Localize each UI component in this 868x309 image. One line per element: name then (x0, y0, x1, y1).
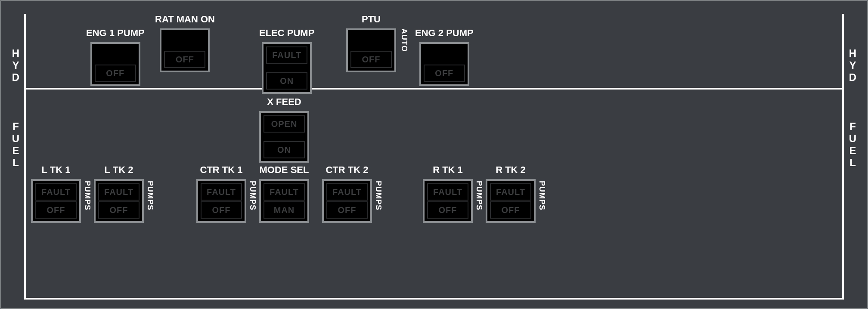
ctr-tk-2-button[interactable]: FAULT OFF (322, 179, 372, 223)
r-tk-1-pumps-label: PUMPS (474, 181, 484, 210)
l-tk-1-pumps-label: PUMPS (83, 181, 92, 210)
x-feed-bottom: ON (264, 141, 305, 158)
rat-man-on-top (164, 33, 205, 50)
ctr-tk-2-pumps-label: PUMPS (374, 181, 383, 210)
ptu-top (350, 33, 392, 50)
ptu-unit: PTU OFF AUTO (346, 14, 396, 72)
l-tk-2-pumps-label: PUMPS (146, 181, 155, 210)
l-tk-2-button[interactable]: FAULT OFF (94, 179, 144, 223)
ctr-tk-1-title: CTR TK 1 (196, 164, 246, 176)
rat-man-on-button[interactable]: OFF (160, 28, 210, 72)
l-tk-2-title: L TK 2 (94, 164, 144, 176)
l-tk-1-bottom: OFF (35, 201, 77, 219)
elec-pump-title: ELEC PUMP (259, 28, 314, 39)
l-tk-1-top: FAULT (35, 183, 77, 201)
rule (842, 14, 844, 88)
r-tk-1-unit: R TK 1 FAULT OFF PUMPS (423, 164, 473, 223)
eng1-pump-button[interactable]: OFF (90, 42, 140, 86)
eng1-pump-bottom: OFF (95, 65, 136, 82)
eng2-pump-unit: ENG 2 PUMP OFF (415, 28, 474, 86)
eng1-pump-top (95, 46, 136, 64)
eng2-pump-bottom: OFF (424, 65, 465, 82)
ctr-tk-2-bottom: OFF (326, 201, 368, 219)
x-feed-unit: X FEED OPEN ON (259, 96, 309, 163)
hyd-label-left: HYD (9, 47, 22, 83)
r-tk-2-title: R TK 2 (486, 164, 536, 176)
ptu-title: PTU (346, 14, 396, 25)
rat-man-on-bottom: OFF (164, 51, 205, 68)
rat-man-on-unit: RAT MAN ON OFF (155, 14, 215, 72)
r-tk-2-bottom: OFF (490, 201, 531, 219)
mode-sel-top: FAULT (264, 183, 305, 201)
l-tk-1-title: L TK 1 (31, 164, 81, 176)
ctr-tk-2-title: CTR TK 2 (322, 164, 372, 176)
elec-pump-unit: ELEC PUMP FAULT ON (259, 28, 314, 94)
x-feed-button[interactable]: OPEN ON (259, 111, 309, 163)
ctr-tk-1-button[interactable]: FAULT OFF (196, 179, 246, 223)
ctr-tk-1-unit: CTR TK 1 FAULT OFF PUMPS (196, 164, 246, 223)
mode-sel-button[interactable]: FAULT MAN (259, 179, 309, 223)
mode-sel-bottom: MAN (264, 201, 305, 219)
hyd-label-right: HYD (846, 47, 859, 83)
r-tk-2-unit: R TK 2 FAULT OFF PUMPS (486, 164, 536, 223)
ptu-button[interactable]: OFF (346, 28, 396, 72)
elec-pump-top: FAULT (266, 46, 307, 64)
rat-man-on-title: RAT MAN ON (155, 14, 215, 25)
r-tk-1-title: R TK 1 (423, 164, 473, 176)
mode-sel-title: MODE SEL (259, 164, 309, 176)
ctr-tk-2-top: FAULT (326, 183, 368, 201)
x-feed-top: OPEN (264, 115, 305, 133)
rule (24, 298, 844, 300)
ctr-tk-1-top: FAULT (201, 183, 242, 201)
r-tk-1-bottom: OFF (427, 201, 468, 219)
r-tk-2-top: FAULT (490, 183, 531, 201)
ctr-tk-1-pumps-label: PUMPS (248, 181, 257, 210)
rule (842, 90, 844, 298)
fuel-label-right: FUEL (846, 121, 859, 169)
l-tk-2-bottom: OFF (98, 201, 140, 219)
mode-sel-unit: MODE SEL FAULT MAN (259, 164, 309, 223)
elec-pump-bottom: ON (266, 72, 307, 90)
rule (24, 88, 844, 90)
r-tk-1-button[interactable]: FAULT OFF (423, 179, 473, 223)
ptu-bottom: OFF (350, 51, 392, 68)
ctr-tk-2-unit: CTR TK 2 FAULT OFF PUMPS (322, 164, 372, 223)
eng2-pump-title: ENG 2 PUMP (415, 28, 474, 39)
eng1-pump-title: ENG 1 PUMP (86, 28, 145, 39)
eng2-pump-top (424, 46, 465, 64)
l-tk-1-unit: L TK 1 FAULT OFF PUMPS (31, 164, 81, 223)
l-tk-2-unit: L TK 2 FAULT OFF PUMPS (94, 164, 144, 223)
rule (24, 90, 26, 298)
l-tk-2-top: FAULT (98, 183, 140, 201)
eng1-pump-unit: ENG 1 PUMP OFF (86, 28, 145, 86)
ptu-auto-label: AUTO (400, 28, 409, 52)
x-feed-title: X FEED (259, 96, 309, 108)
ctr-tk-1-bottom: OFF (201, 201, 242, 219)
r-tk-1-top: FAULT (427, 183, 468, 201)
l-tk-1-button[interactable]: FAULT OFF (31, 179, 81, 223)
r-tk-2-pumps-label: PUMPS (537, 181, 546, 210)
overhead-panel: HYD HYD FUEL FUEL ENG 1 PUMP OFF RAT MAN… (1, 1, 867, 308)
r-tk-2-button[interactable]: FAULT OFF (486, 179, 536, 223)
elec-pump-button[interactable]: FAULT ON (262, 42, 312, 94)
rule (24, 14, 26, 88)
fuel-label-left: FUEL (9, 121, 22, 169)
eng2-pump-button[interactable]: OFF (419, 42, 469, 86)
